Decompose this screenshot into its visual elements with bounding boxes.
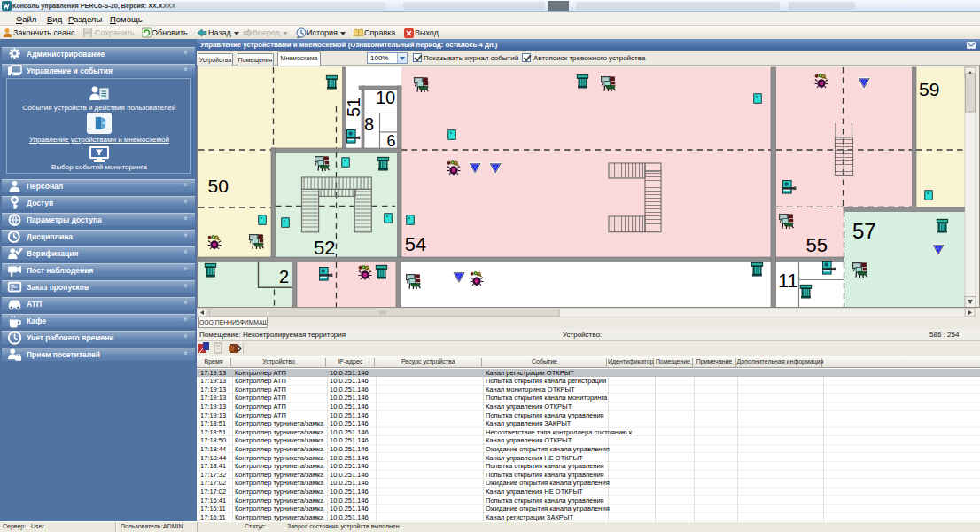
svg-text:50: 50 (208, 176, 229, 196)
svg-text:52: 52 (314, 237, 335, 259)
svg-text:11: 11 (778, 270, 798, 292)
svg-text:2: 2 (279, 267, 289, 286)
svg-text:54: 54 (405, 233, 426, 255)
svg-text:51: 51 (344, 98, 363, 117)
svg-text:59: 59 (919, 79, 939, 99)
svg-text:6: 6 (387, 132, 396, 150)
svg-text:8: 8 (364, 114, 374, 134)
svg-text:57: 57 (852, 219, 876, 243)
svg-text:55: 55 (806, 234, 828, 256)
svg-text:10: 10 (376, 88, 395, 107)
